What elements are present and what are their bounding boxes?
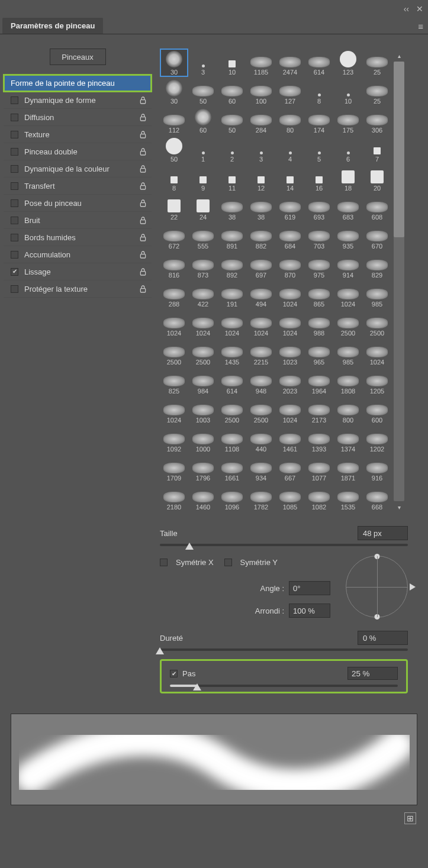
setting-row[interactable]: Pinceau double — [4, 143, 152, 160]
setting-row[interactable]: Bruit — [4, 212, 152, 229]
lock-icon[interactable] — [139, 164, 147, 173]
brush-preset[interactable]: 4 — [276, 135, 304, 164]
lock-icon[interactable] — [139, 285, 147, 293]
hardness-slider[interactable] — [160, 648, 408, 651]
brush-preset[interactable]: 1871 — [334, 454, 362, 483]
brush-preset[interactable]: 127 — [276, 78, 304, 106]
setting-row[interactable]: Pose du pinceau — [4, 195, 152, 212]
brush-preset[interactable]: 1024 — [363, 338, 391, 367]
brush-preset[interactable]: 891 — [218, 222, 246, 251]
brush-preset[interactable]: 10 — [334, 78, 362, 106]
brush-grid-scrollbar[interactable]: ▴ ▾ — [394, 49, 404, 512]
brush-preset[interactable]: 2023 — [276, 367, 304, 396]
brush-preset[interactable]: 284 — [247, 107, 275, 135]
brush-preset[interactable]: 988 — [305, 309, 333, 338]
collapse-icon[interactable]: ‹‹ — [404, 4, 409, 14]
brush-preset[interactable]: 20 — [363, 164, 391, 193]
brush-preset[interactable]: 306 — [363, 107, 391, 135]
brush-preset[interactable]: 829 — [363, 251, 391, 280]
brush-preset[interactable]: 24 — [189, 193, 217, 222]
brush-preset[interactable]: 2474 — [276, 49, 304, 77]
brush-preset[interactable]: 1435 — [218, 338, 246, 367]
brush-preset[interactable]: 555 — [189, 222, 217, 251]
brush-preset[interactable]: 1205 — [363, 367, 391, 396]
brush-preset[interactable]: 100 — [247, 78, 275, 106]
brush-preset[interactable]: 614 — [218, 367, 246, 396]
brush-preset[interactable]: 825 — [160, 367, 188, 396]
brush-preset[interactable]: 614 — [305, 49, 333, 77]
spacing-input[interactable] — [347, 667, 398, 680]
brush-preset[interactable]: 1964 — [305, 367, 333, 396]
brush-preset[interactable]: 1024 — [189, 309, 217, 338]
brush-preset[interactable]: 12 — [247, 164, 275, 193]
setting-checkbox[interactable] — [11, 251, 18, 259]
brush-preset[interactable]: 1024 — [276, 396, 304, 425]
brush-preset[interactable]: 1108 — [218, 425, 246, 454]
brush-preset[interactable]: 892 — [218, 251, 246, 280]
brush-preset[interactable]: 22 — [160, 193, 188, 222]
brush-preset[interactable]: 9 — [189, 164, 217, 193]
brush-preset[interactable]: 697 — [247, 251, 275, 280]
brush-preset[interactable]: 1461 — [276, 425, 304, 454]
new-preset-icon[interactable]: ⊞ — [404, 812, 416, 824]
roundness-input[interactable] — [289, 604, 330, 618]
brush-preset[interactable]: 1024 — [334, 280, 362, 309]
setting-row[interactable]: Forme de la pointe de pinceau — [4, 75, 152, 92]
brush-preset[interactable]: 1092 — [160, 425, 188, 454]
brush-preset[interactable]: 667 — [276, 454, 304, 483]
brush-preset[interactable]: 1 — [189, 135, 217, 164]
brush-preset[interactable]: 25 — [363, 78, 391, 106]
brush-preset[interactable]: 60 — [218, 78, 246, 106]
brush-preset[interactable]: 7 — [363, 135, 391, 164]
setting-checkbox[interactable] — [11, 268, 18, 276]
hardness-input[interactable] — [358, 631, 408, 645]
brush-preset[interactable]: 668 — [363, 483, 391, 512]
brush-preset[interactable]: 123 — [334, 49, 362, 77]
setting-checkbox[interactable] — [11, 165, 18, 173]
brush-preset[interactable]: 191 — [218, 280, 246, 309]
brush-preset[interactable]: 672 — [160, 222, 188, 251]
brush-preset[interactable]: 934 — [247, 454, 275, 483]
brush-preset[interactable]: 1709 — [160, 454, 188, 483]
brush-preset[interactable]: 2215 — [247, 338, 275, 367]
brush-preset[interactable]: 1535 — [334, 483, 362, 512]
brush-preset[interactable]: 1082 — [305, 483, 333, 512]
lock-icon[interactable] — [139, 233, 147, 241]
scroll-up-icon[interactable]: ▴ — [398, 51, 401, 60]
brush-preset[interactable]: 30 — [160, 78, 188, 106]
brush-preset[interactable]: 1096 — [218, 483, 246, 512]
brushes-button[interactable]: Pinceaux — [50, 49, 106, 65]
setting-checkbox[interactable] — [11, 217, 18, 224]
scroll-down-icon[interactable]: ▾ — [398, 502, 401, 512]
tab-brush-settings[interactable]: Paramètres de pinceau — [2, 18, 103, 34]
brush-preset[interactable]: 8 — [305, 78, 333, 106]
brush-preset[interactable]: 2180 — [160, 483, 188, 512]
brush-preset[interactable]: 684 — [276, 222, 304, 251]
lock-icon[interactable] — [139, 130, 147, 138]
brush-preset[interactable]: 25 — [363, 49, 391, 77]
brush-preset[interactable]: 1460 — [189, 483, 217, 512]
brush-preset[interactable]: 1085 — [276, 483, 304, 512]
brush-preset[interactable]: 882 — [247, 222, 275, 251]
setting-row[interactable]: Bords humides — [4, 229, 152, 246]
brush-preset[interactable]: 1024 — [160, 396, 188, 425]
brush-preset[interactable]: 619 — [276, 193, 304, 222]
setting-checkbox[interactable] — [11, 131, 18, 138]
size-input[interactable] — [358, 526, 408, 540]
flip-y-checkbox[interactable] — [224, 559, 232, 566]
brush-preset[interactable]: 16 — [305, 164, 333, 193]
brush-preset[interactable]: 3 — [247, 135, 275, 164]
brush-preset[interactable]: 38 — [247, 193, 275, 222]
brush-preset[interactable]: 175 — [334, 107, 362, 135]
setting-row[interactable]: Dynamique de forme — [4, 92, 152, 109]
brush-preset[interactable]: 440 — [247, 425, 275, 454]
brush-preset[interactable]: 985 — [334, 338, 362, 367]
brush-preset[interactable]: 935 — [334, 222, 362, 251]
brush-preset[interactable]: 1024 — [247, 309, 275, 338]
brush-preset[interactable]: 1024 — [160, 309, 188, 338]
setting-row[interactable]: Protéger la texture — [4, 280, 152, 298]
brush-preset[interactable]: 985 — [363, 280, 391, 309]
brush-preset[interactable]: 50 — [160, 135, 188, 164]
brush-preset[interactable]: 174 — [305, 107, 333, 135]
setting-row[interactable]: Dynamique de la couleur — [4, 160, 152, 178]
